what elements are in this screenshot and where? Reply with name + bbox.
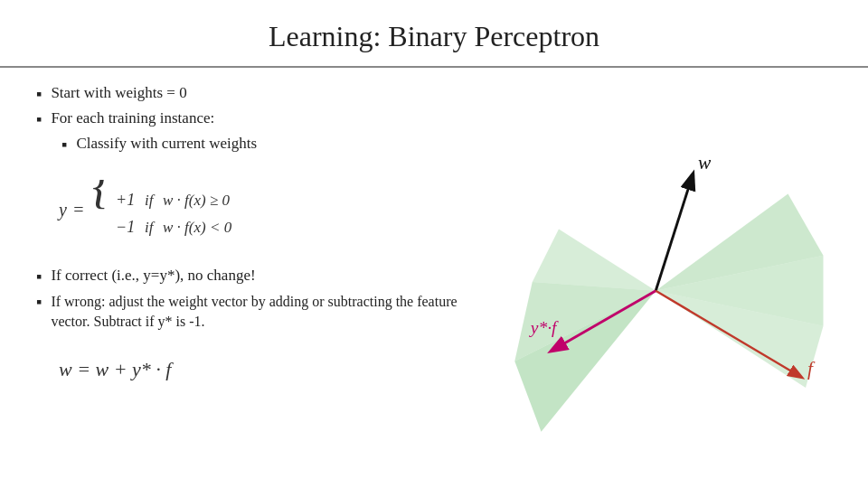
top-bullet-list: ▪ Start with weights = 0 ▪ For each trai…	[36, 84, 479, 160]
title-area: Learning: Binary Perceptron	[0, 0, 868, 68]
bottom-bullet-list: ▪ If correct (i.e., y=y*), no change! ▪ …	[36, 267, 479, 338]
bullet-each-instance: ▪ For each training instance:	[36, 109, 479, 129]
ystar-f-label: y*·f	[529, 318, 559, 337]
f-label: f	[807, 358, 816, 380]
bullet-correct: ▪ If correct (i.e., y=y*), no change!	[36, 267, 479, 286]
bullet-sym-5: ▪	[36, 293, 42, 312]
piecewise-formula: y = { +1 if w · f(x) ≥ 0 −1 if w · f(x) …	[54, 180, 479, 249]
svg-text:=: =	[72, 200, 85, 220]
formula-svg: y = { +1 if w · f(x) ≥ 0 −1 if w · f(x) …	[54, 180, 326, 245]
bullet-text-correct: If correct (i.e., y=y*), no change!	[51, 267, 255, 285]
svg-text:+1: +1	[116, 191, 135, 209]
bullet-text-instance: For each training instance:	[51, 109, 214, 127]
bullet-text-wrong: If wrong: adjust the weight vector by ad…	[51, 292, 479, 333]
bullet-text-weights: Start with weights = 0	[51, 84, 186, 102]
slide-title: Learning: Binary Perceptron	[269, 20, 599, 52]
diagram-svg: w y*·f f	[488, 84, 841, 480]
bullet-sym-2: ▪	[36, 110, 42, 129]
svg-text:if: if	[145, 192, 156, 209]
svg-text:−1: −1	[116, 218, 135, 236]
w-label: w	[698, 152, 712, 174]
bullet-sym-1: ▪	[36, 85, 42, 104]
bullet-sym-4: ▪	[36, 267, 42, 286]
bullet-wrong: ▪ If wrong: adjust the weight vector by …	[36, 292, 479, 333]
svg-text:w · f(x) < 0: w · f(x) < 0	[163, 219, 232, 236]
slide: Learning: Binary Perceptron ▪ Start with…	[0, 0, 868, 488]
bullet-sym-3: ▪	[61, 136, 67, 155]
right-column: w y*·f f	[488, 84, 841, 480]
left-column: ▪ Start with weights = 0 ▪ For each trai…	[36, 84, 479, 480]
svg-text:y: y	[57, 200, 67, 221]
svg-text:{: {	[92, 180, 112, 213]
svg-text:if: if	[145, 219, 156, 236]
bullet-classify: ▪ Classify with current weights	[61, 135, 479, 155]
bullet-weights: ▪ Start with weights = 0	[36, 84, 479, 104]
svg-text:w = w + y* · f: w = w + y* · f	[59, 358, 174, 380]
content-area: ▪ Start with weights = 0 ▪ For each trai…	[0, 68, 868, 488]
bottom-formula: w = w + y* · f	[54, 347, 479, 390]
svg-text:w · f(x) ≥ 0: w · f(x) ≥ 0	[163, 192, 231, 209]
update-formula-svg: w = w + y* · f	[54, 347, 271, 387]
bullet-text-classify: Classify with current weights	[76, 135, 257, 153]
